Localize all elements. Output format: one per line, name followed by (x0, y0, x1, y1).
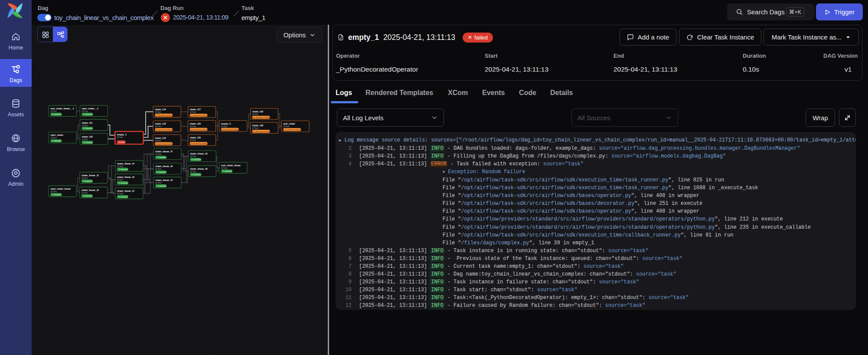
svg-text:⊘ upstream_failed: ⊘ upstream_failed (191, 128, 207, 131)
svg-text:@Task: @Task (155, 140, 161, 142)
svg-text:empty_2: empty_2 (221, 122, 231, 125)
svg-text:start_chain__1: start_chain__1 (82, 107, 98, 110)
svg-text:end_chain_linear: end_chain_linear (221, 164, 241, 167)
svg-text:⊘ upstream_failed: ⊘ upstream_failed (156, 114, 172, 116)
svg-text:⊘ upstream_failed: ⊘ upstream_failed (156, 128, 172, 131)
svg-text:✓ success: ✓ success (157, 156, 166, 158)
svg-text:chain_linear_t5: chain_linear_t5 (155, 179, 173, 181)
svg-text:✓ success: ✓ success (83, 113, 93, 115)
svg-text:✓ success: ✓ success (52, 140, 62, 142)
svg-text:✓ success: ✓ success (83, 180, 93, 182)
svg-text:chain_linear_t6: chain_linear_t6 (155, 165, 173, 168)
svg-text:@Task: @Task (252, 127, 259, 129)
svg-text:chain_linear_t8: chain_linear_t8 (190, 168, 207, 170)
svg-text:@Task: @Task (190, 155, 196, 158)
svg-text:@Task: @Task (155, 153, 162, 155)
svg-text:@Task: @Task (117, 179, 124, 181)
svg-text:chain_t14: chain_t14 (155, 108, 166, 111)
svg-text:start_chain: start_chain (50, 134, 63, 136)
svg-text:chain_t18: chain_t18 (252, 124, 263, 127)
svg-text:@Task: @Task (283, 125, 290, 128)
svg-text:@Task: @Task (155, 182, 162, 184)
svg-text:@Task: @Task (117, 193, 124, 195)
svg-text:@Task: @Task (82, 125, 88, 127)
svg-text:@Task: @Task (50, 191, 57, 193)
svg-text:chain_t15: chain_t15 (190, 136, 201, 139)
svg-text:✓ success: ✓ success (192, 158, 201, 161)
svg-text:@Task: @Task (155, 125, 161, 128)
svg-text:@Task: @Task (50, 137, 57, 139)
svg-text:@Task: @Task (221, 125, 228, 128)
svg-text:@Task: @Task (190, 171, 196, 173)
svg-text:@Task: @Task (252, 113, 259, 115)
svg-text:⊘ upstream_failed: ⊘ upstream_failed (284, 128, 300, 131)
svg-text:⊘ upstream_failed: ⊘ upstream_failed (254, 130, 270, 132)
svg-text:@Task: @Task (82, 192, 88, 194)
svg-text:✓ success: ✓ success (192, 174, 201, 176)
svg-text:empty_1: empty_1 (117, 133, 126, 136)
svg-text:end_chain_linear__1: end_chain_linear__1 (50, 107, 74, 110)
svg-text:✓ success: ✓ success (83, 141, 93, 144)
svg-text:chain_t16: chain_t16 (190, 122, 201, 125)
svg-text:@Task: @Task (155, 111, 161, 113)
svg-text:⊘ upstream_failed: ⊘ upstream_failed (156, 143, 172, 145)
svg-text:chain_t17: chain_t17 (190, 108, 201, 111)
svg-text:⊘ upstream_failed: ⊘ upstream_failed (191, 114, 207, 116)
svg-text:chain_t11: chain_t11 (82, 122, 92, 124)
svg-text:@Task: @Task (82, 138, 88, 141)
svg-text:chain_linear_t2: chain_linear_t2 (117, 190, 134, 192)
svg-text:start_chain_linear: start_chain_linear (50, 187, 71, 190)
svg-text:@Task: @Task (155, 168, 162, 170)
svg-text:@Task: @Task (190, 111, 196, 113)
svg-text:✓ success: ✓ success (52, 194, 62, 196)
svg-text:end_chain: end_chain (283, 122, 295, 125)
svg-text:@Task: @Task (50, 110, 57, 112)
svg-text:@Task: @Task (82, 177, 88, 179)
svg-text:chain_linear_t7: chain_linear_t7 (155, 150, 173, 153)
svg-text:chain_t19: chain_t19 (252, 110, 263, 113)
svg-text:✓ success: ✓ success (119, 168, 128, 171)
svg-text:chain_t12: chain_t12 (155, 137, 166, 139)
svg-text:✓ success: ✓ success (83, 127, 93, 129)
svg-text:@Task: @Task (190, 139, 196, 141)
svg-text:@Task: @Task (117, 136, 123, 138)
svg-text:⊘ upstream_failed: ⊘ upstream_failed (191, 142, 207, 145)
svg-text:✓ success: ✓ success (119, 182, 128, 184)
svg-text:✓ success: ✓ success (83, 195, 93, 197)
svg-text:chain_linear_t4: chain_linear_t4 (117, 162, 135, 165)
svg-text:⊘ upstream_failed: ⊘ upstream_failed (222, 128, 238, 131)
svg-text:chain_linear_t0: chain_linear_t0 (82, 189, 99, 191)
svg-text:✓ success: ✓ success (119, 196, 128, 198)
svg-text:@Task: @Task (190, 125, 196, 128)
svg-text:chain_linear_t3: chain_linear_t3 (117, 176, 134, 178)
svg-text:chain_linear_t1: chain_linear_t1 (82, 174, 99, 177)
svg-text:@Task: @Task (117, 165, 124, 168)
svg-text:✓ success: ✓ success (157, 171, 166, 173)
svg-text:chain_linear_t9: chain_linear_t9 (190, 152, 207, 155)
svg-text:✕ failed: ✕ failed (118, 141, 125, 143)
svg-text:⊘ upstream_failed: ⊘ upstream_failed (254, 116, 270, 118)
svg-text:@Task: @Task (221, 167, 228, 169)
svg-text:✓ success: ✓ success (157, 185, 166, 187)
svg-text:✓ success: ✓ success (223, 170, 232, 172)
svg-text:chain_t10: chain_t10 (82, 135, 92, 138)
svg-text:@Task: @Task (82, 110, 88, 112)
svg-text:✓ success: ✓ success (52, 113, 62, 115)
svg-text:chain_t13: chain_t13 (155, 122, 166, 125)
